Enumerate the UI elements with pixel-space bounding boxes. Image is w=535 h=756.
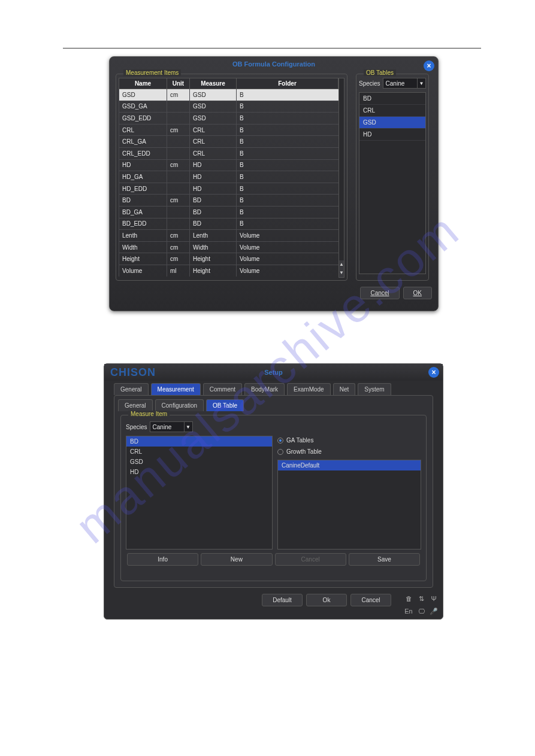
measure-item[interactable]: CRL: [126, 447, 272, 457]
scrollbar[interactable]: ▲ ▼: [338, 78, 344, 278]
chevron-down-icon[interactable]: ▼: [184, 422, 192, 432]
measure-item[interactable]: GSD: [126, 457, 272, 467]
col-unit[interactable]: Unit: [167, 78, 190, 89]
ga-tables-radio[interactable]: GA Tables: [277, 435, 421, 446]
tab-exammode[interactable]: ExamMode: [287, 383, 331, 395]
table-row[interactable]: BD_GABDB: [119, 206, 338, 218]
setup-title: Setup: [264, 369, 283, 376]
ob-item[interactable]: HD: [359, 129, 425, 141]
subtab-general[interactable]: General: [118, 399, 153, 411]
cell-measure: HD: [190, 171, 237, 183]
measure-item[interactable]: BD: [126, 436, 272, 447]
table-row[interactable]: HD_EDDHDB: [119, 183, 338, 195]
table-row[interactable]: GSDcmGSDB: [119, 89, 338, 101]
ob-item[interactable]: BD: [359, 93, 425, 105]
cell-measure: Height: [190, 265, 237, 277]
close-icon[interactable]: ×: [428, 367, 439, 378]
display-icon[interactable]: 🖵: [416, 606, 427, 617]
radio-icon[interactable]: [277, 438, 283, 444]
scroll-up-icon[interactable]: ▲: [339, 260, 344, 269]
cell-unit: [167, 218, 190, 230]
measure-item-group: Measure Item Species Canine ▼ BDCRLGSDHD: [120, 415, 427, 581]
species-label: Species: [126, 424, 147, 430]
tab-comment[interactable]: Comment: [203, 383, 242, 395]
cell-folder: B: [237, 159, 338, 171]
cell-name: Volume: [119, 265, 167, 277]
network-icon[interactable]: ⇅: [416, 593, 427, 604]
cell-folder: B: [237, 89, 338, 101]
cell-unit: cm: [167, 253, 190, 265]
tab-system[interactable]: System: [358, 383, 391, 395]
species-combo[interactable]: Canine ▼: [383, 78, 426, 89]
table-row[interactable]: HeightcmHeightVolume: [119, 253, 338, 265]
ob-tables-list[interactable]: BDCRLGSDHD: [359, 92, 426, 274]
table-row[interactable]: BD_EDDBDB: [119, 218, 338, 230]
cancel-button[interactable]: Cancel: [360, 287, 399, 299]
save-button[interactable]: Save: [349, 553, 420, 566]
ob-item[interactable]: CRL: [359, 105, 425, 117]
growth-table-radio[interactable]: Growth Table: [277, 446, 421, 457]
ob-item[interactable]: GSD: [359, 117, 425, 129]
cell-measure: GSD: [190, 113, 237, 125]
tab-measurement[interactable]: Measurement: [151, 383, 201, 395]
cell-folder: B: [237, 206, 338, 218]
cell-unit: cm: [167, 124, 190, 136]
cell-unit: cm: [167, 241, 190, 253]
table-row[interactable]: WidthcmWidthVolume: [119, 241, 338, 253]
table-row[interactable]: VolumemlHeightVolume: [119, 265, 338, 277]
tables-list[interactable]: CanineDefault: [277, 460, 421, 549]
table-row[interactable]: CRL_EDDCRLB: [119, 147, 338, 159]
cell-name: CRL_EDD: [119, 147, 167, 159]
ok-button[interactable]: Ok: [306, 594, 347, 606]
species-combo[interactable]: Canine ▼: [150, 421, 193, 432]
table-row[interactable]: HD_GAHDB: [119, 171, 338, 183]
cell-measure: Lenth: [190, 230, 237, 242]
table-row[interactable]: GSD_GAGSDB: [119, 101, 338, 113]
growth-table-label: Growth Table: [286, 448, 322, 455]
tab-bodymark[interactable]: BodyMark: [244, 383, 285, 395]
radio-icon[interactable]: [277, 449, 283, 455]
species-value: Canine: [153, 424, 172, 430]
table-row[interactable]: GSD_EDDGSDB: [119, 113, 338, 125]
table-row[interactable]: LenthcmLenthVolume: [119, 230, 338, 242]
language-icon[interactable]: En: [403, 606, 414, 617]
table-row[interactable]: BDcmBDB: [119, 195, 338, 207]
table-row[interactable]: HDcmHDB: [119, 159, 338, 171]
default-button[interactable]: Default: [262, 594, 303, 606]
species-label: Species: [359, 80, 380, 87]
cancel-action-button[interactable]: Cancel: [275, 553, 346, 566]
cell-unit: [167, 101, 190, 113]
info-button[interactable]: Info: [127, 553, 198, 566]
usb-icon[interactable]: Ψ: [428, 593, 439, 604]
cell-unit: cm: [167, 89, 190, 101]
main-tabs: GeneralMeasurementCommentBodyMarkExamMod…: [104, 381, 443, 395]
table-row[interactable]: CRLcmCRLB: [119, 124, 338, 136]
table-item[interactable]: CanineDefault: [278, 460, 421, 470]
scroll-down-icon[interactable]: ▼: [339, 269, 344, 277]
col-name[interactable]: Name: [119, 78, 167, 89]
cell-measure: Height: [190, 253, 237, 265]
trash-icon[interactable]: 🗑: [403, 593, 414, 604]
cancel-button[interactable]: Cancel: [350, 594, 391, 606]
tab-general[interactable]: General: [114, 383, 149, 395]
measure-item-list[interactable]: BDCRLGSDHD: [126, 436, 273, 549]
col-folder[interactable]: Folder: [237, 78, 338, 89]
new-button[interactable]: New: [201, 553, 272, 566]
table-row[interactable]: CRL_GACRLB: [119, 136, 338, 148]
cell-folder: Volume: [237, 241, 338, 253]
measurement-table[interactable]: Name Unit Measure Folder GSDcmGSDBGSD_GA…: [119, 78, 338, 277]
subtab-ob-table[interactable]: OB Table: [206, 399, 244, 411]
close-icon[interactable]: ×: [424, 60, 434, 71]
chevron-down-icon[interactable]: ▼: [417, 78, 425, 88]
subtab-configuration[interactable]: Configuration: [155, 399, 204, 411]
measure-item[interactable]: HD: [126, 467, 272, 477]
col-measure[interactable]: Measure: [190, 78, 237, 89]
cell-folder: B: [237, 136, 338, 148]
tab-net[interactable]: Net: [333, 383, 356, 395]
status-icons: 🗑⇅ΨEn🖵🎤: [403, 593, 439, 617]
mic-icon[interactable]: 🎤: [428, 606, 439, 617]
ob-formula-dialog: OB Formula Configuration × Measurement I…: [109, 56, 439, 311]
measurement-items-legend: Measurement Items: [123, 69, 181, 76]
ok-button[interactable]: OK: [403, 287, 432, 299]
cell-folder: Volume: [237, 265, 338, 277]
